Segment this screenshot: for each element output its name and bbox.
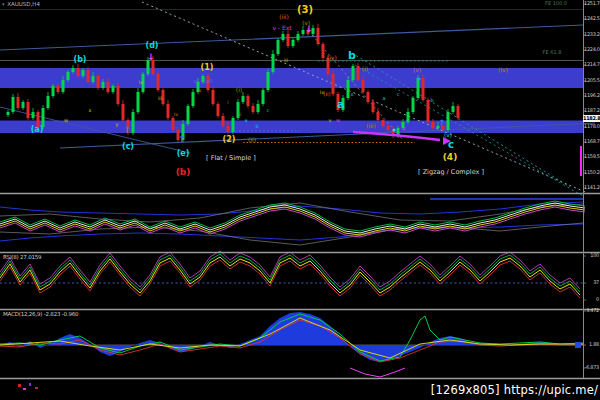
bottom-marks [18, 383, 38, 390]
measurement-bar [580, 146, 582, 176]
projection-arrow [353, 132, 451, 145]
trendlines-layer [0, 2, 595, 345]
rsi-panel [0, 251, 580, 298]
macd_area [0, 312, 583, 362]
rsi_green [0, 254, 580, 292]
p1_magenta [0, 207, 585, 237]
trading-chart-window: ▾ XAUUSD,H4 RSI(8) 27.0159 MACD(12,26,9)… [0, 0, 600, 400]
composite-oscillator-panel [0, 201, 585, 245]
price-chart-canvas[interactable] [0, 0, 600, 400]
macd-value-marker [575, 342, 581, 348]
macd-panel [0, 312, 583, 377]
macd_magenta [350, 368, 405, 377]
